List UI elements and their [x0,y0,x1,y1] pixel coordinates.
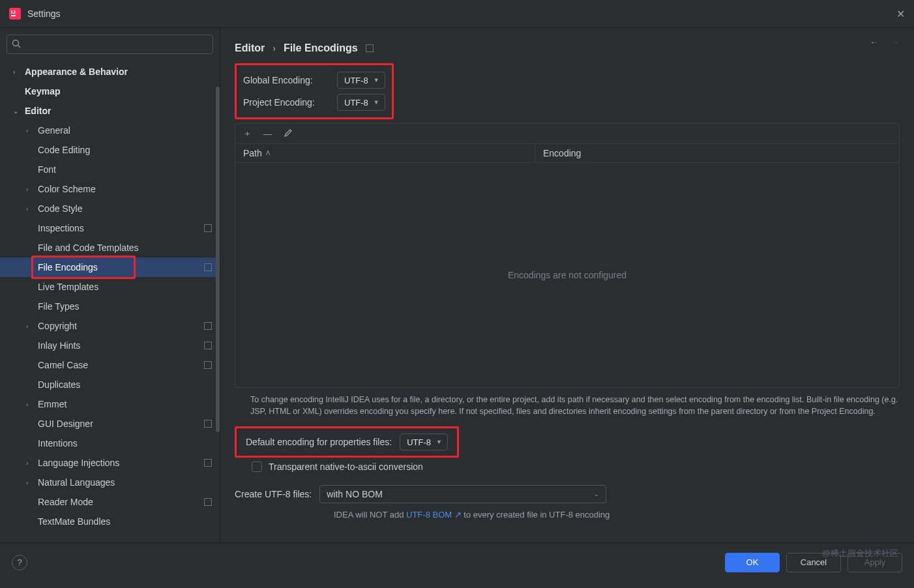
app-icon: IJ [9,8,21,20]
breadcrumb: Editor › File Encodings [235,37,900,59]
help-text: To change encoding IntelliJ IDEA uses fo… [235,388,900,424]
global-encoding-dropdown[interactable]: UTF-8 ▼ [337,72,385,89]
chevron-down-icon: ⌄ [594,491,599,497]
sort-asc-icon: ᐱ [266,150,270,156]
encoding-highlight-box: Global Encoding: UTF-8 ▼ Project Encodin… [235,63,394,119]
sidebar-item-label: TextMate Bundles [38,516,110,527]
create-utf8-value: with NO BOM [327,489,383,499]
sidebar-item-font[interactable]: Font [0,160,220,179]
sidebar-item-label: Color Scheme [38,184,96,194]
sidebar-item-natural-languages[interactable]: ›Natural Languages [0,473,220,492]
properties-encoding-dropdown[interactable]: UTF-8 ▼ [400,434,448,450]
sidebar-item-label: Keymap [25,86,60,96]
sidebar-item-label: Camel Case [38,360,88,370]
close-icon[interactable]: ✕ [896,8,905,20]
add-icon[interactable]: ＋ [243,128,252,140]
scope-marker-icon [204,224,212,232]
search-icon [11,38,22,51]
sidebar-item-label: GUI Designer [38,419,93,429]
sidebar-item-keymap[interactable]: Keymap [0,81,220,101]
sidebar-item-duplicates[interactable]: Duplicates [0,375,220,394]
sidebar-item-editor[interactable]: ⌄Editor [0,101,220,121]
sidebar-item-file-encodings[interactable]: File Encodings [0,257,220,277]
scope-marker-icon [366,44,374,52]
sidebar-item-code-editing[interactable]: Code Editing [0,140,220,160]
bom-hint-post: to every created file in UTF-8 encoding [464,510,610,520]
ok-button[interactable]: OK [725,553,780,572]
sidebar-item-code-style[interactable]: ›Code Style [0,199,220,218]
sidebar-item-label: File and Code Templates [38,243,139,253]
chevron-icon: › [13,68,25,76]
properties-encoding-value: UTF-8 [407,437,431,447]
sidebar-item-label: Font [38,164,56,175]
bom-hint-pre: IDEA will NOT add [334,510,406,520]
sidebar-item-inspections[interactable]: Inspections [0,218,220,238]
scope-marker-icon [204,498,212,506]
chevron-down-icon: ▼ [374,99,379,106]
properties-highlight-box: Default encoding for properties files: U… [235,426,459,458]
sidebar-item-inlay-hints[interactable]: Inlay Hints [0,336,220,355]
global-encoding-label: Global Encoding: [243,75,329,85]
sidebar-item-file-types[interactable]: File Types [0,297,220,316]
sidebar-item-label: General [38,125,70,136]
back-icon[interactable]: ← [870,37,878,47]
sidebar-item-label: File Encodings [38,262,98,272]
breadcrumb-parent[interactable]: Editor [235,42,265,54]
chevron-icon: › [26,205,38,213]
svg-line-4 [18,46,21,48]
sidebar-item-language-injections[interactable]: ›Language Injections [0,453,220,473]
transparent-label: Transparent native-to-ascii conversion [269,462,423,472]
sidebar-item-label: Editor [25,106,51,116]
sidebar-item-camel-case[interactable]: Camel Case [0,355,220,375]
watermark: @稀土掘金技术社区 [822,548,898,559]
sidebar-item-reader-mode[interactable]: Reader Mode [0,492,220,512]
help-icon[interactable]: ? [12,555,27,570]
chevron-icon: › [26,401,38,408]
global-encoding-value: UTF-8 [344,76,368,85]
sidebar-item-label: File Types [38,301,80,312]
sidebar-item-label: Emmet [38,399,66,409]
window-title: Settings [27,8,61,19]
sidebar-item-live-templates[interactable]: Live Templates [0,277,220,297]
chevron-icon: › [26,127,38,134]
sidebar-item-textmate-bundles[interactable]: TextMate Bundles [0,512,220,531]
sidebar-item-gui-designer[interactable]: GUI Designer [0,414,220,434]
scope-marker-icon [204,342,212,349]
create-utf8-dropdown[interactable]: with NO BOM ⌄ [319,485,606,503]
sidebar-item-label: Appearance & Behavior [25,66,128,77]
create-utf8-label: Create UTF-8 files: [235,489,312,499]
bom-hint: IDEA will NOT add UTF-8 BOM ↗ to every c… [235,510,900,520]
sidebar-item-appearance-behavior[interactable]: ›Appearance & Behavior [0,62,220,81]
sidebar-item-general[interactable]: ›General [0,121,220,140]
sidebar-item-intentions[interactable]: Intentions [0,434,220,453]
column-encoding[interactable]: Encoding [535,148,581,158]
sidebar-item-label: Inlay Hints [38,340,80,351]
chevron-down-icon: ▼ [374,77,379,83]
sidebar-item-label: Inspections [38,223,84,233]
project-encoding-dropdown[interactable]: UTF-8 ▼ [337,94,385,111]
transparent-checkbox[interactable] [252,462,262,472]
chevron-right-icon: › [273,43,276,53]
titlebar: IJ Settings ✕ [0,0,914,27]
edit-icon[interactable] [284,128,293,140]
table-empty-text: Encodings are not configured [235,163,899,387]
sidebar-item-emmet[interactable]: ›Emmet [0,394,220,414]
footer: ? OK Cancel Apply [0,542,914,581]
scrollbar[interactable] [216,87,220,432]
sidebar-item-file-and-code-templates[interactable]: File and Code Templates [0,238,220,257]
search-input[interactable] [7,35,213,54]
chevron-icon: › [26,323,38,330]
scope-marker-icon [204,361,212,369]
sidebar-item-label: Duplicates [38,379,80,390]
project-encoding-value: UTF-8 [344,98,368,108]
sidebar-item-label: Copyright [38,321,77,331]
sidebar-item-color-scheme[interactable]: ›Color Scheme [0,179,220,199]
remove-icon[interactable]: — [263,129,272,139]
svg-point-3 [13,40,19,46]
svg-text:IJ: IJ [11,9,16,15]
sidebar-item-copyright[interactable]: ›Copyright [0,316,220,336]
bom-link[interactable]: UTF-8 BOM ↗ [406,510,462,520]
column-path[interactable]: Path ᐱ [235,144,535,162]
chevron-icon: › [26,186,38,193]
sidebar-item-label: Code Style [38,203,82,214]
